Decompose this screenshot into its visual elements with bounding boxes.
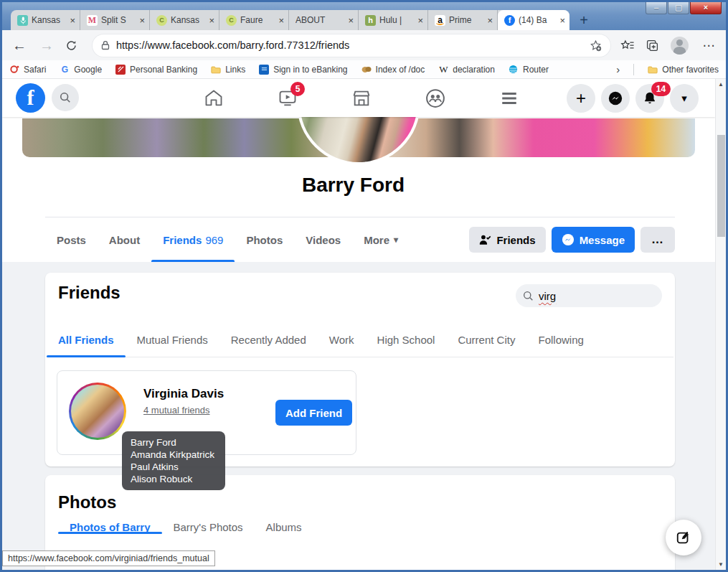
tab-about[interactable]: ABOUT × (289, 10, 359, 30)
friends-search-input[interactable]: virg (516, 284, 662, 307)
tab-label: Kansas (32, 15, 66, 25)
messenger-button[interactable] (601, 84, 630, 113)
microphone-favicon (17, 15, 28, 26)
home-nav-icon[interactable] (202, 86, 226, 111)
friends-status-button[interactable]: Friends (469, 227, 545, 253)
tab-hulu[interactable]: h Hulu | × (359, 10, 428, 30)
maximize-button[interactable]: ▢ (668, 2, 689, 14)
url-text[interactable]: https://www.facebook.com/barry.ford.7731… (116, 39, 583, 51)
fc-favicon: C (156, 15, 167, 26)
friend-avatar-image (71, 385, 124, 438)
browser-profile-avatar[interactable] (671, 37, 689, 55)
browser-menu-button[interactable]: ⋯ (700, 38, 717, 53)
tab-about[interactable]: About (98, 217, 151, 262)
tooltip-name: Amanda Kirkpatrick (131, 449, 217, 461)
favorite-safari[interactable]: Safari (9, 65, 46, 75)
search-query-text[interactable]: virg (539, 290, 556, 302)
filter-recently-added[interactable]: Recently Added (219, 323, 318, 357)
forward-button[interactable]: → (38, 37, 55, 54)
message-button[interactable]: Message (552, 227, 635, 253)
favorites-icon[interactable] (620, 39, 634, 52)
favorite-declaration[interactable]: W declaration (438, 65, 495, 75)
favorite-label: Router (523, 65, 549, 75)
tab-close-icon[interactable]: × (559, 15, 565, 26)
profile-nav-tabs: Posts About Friends969 Photos Videos Mor… (45, 217, 675, 262)
tab-label: Split S (101, 15, 136, 25)
att-globe-icon (509, 65, 519, 75)
filter-all-friends[interactable]: All Friends (47, 323, 126, 357)
menu-nav-icon[interactable] (497, 86, 521, 111)
medium-favicon: M (87, 15, 98, 26)
other-favorites[interactable]: Other favorites (648, 65, 719, 75)
tab-facebook-active[interactable]: f (14) Ba × (498, 10, 569, 30)
tab-faure[interactable]: C Faure × (219, 10, 289, 30)
friend-avatar[interactable] (69, 383, 126, 440)
browser-window: – ▢ × Kansas × M Split S × C Kansas (0, 0, 728, 572)
favorite-links[interactable]: Links (211, 65, 245, 75)
tab-close-icon[interactable]: × (209, 15, 214, 26)
favorite-router[interactable]: Router (509, 65, 549, 75)
google-icon: G (60, 65, 70, 75)
tab-close-icon[interactable]: × (139, 15, 145, 26)
collections-icon[interactable] (646, 39, 659, 52)
tab-albums[interactable]: Albums (255, 521, 313, 533)
favorite-personal-banking[interactable]: Personal Banking (115, 65, 197, 75)
tab-close-icon[interactable]: × (348, 15, 354, 26)
header-search-button[interactable] (52, 84, 79, 111)
favorite-index-of-doc[interactable]: Index of /doc (361, 65, 425, 75)
groups-nav-icon[interactable] (423, 86, 448, 111)
close-button[interactable]: × (690, 2, 722, 14)
friends-filter-tabs: All Friends Mutual Friends Recently Adde… (47, 323, 673, 357)
tab-posts[interactable]: Posts (45, 217, 98, 262)
scroll-down-icon[interactable]: ▼ (716, 559, 726, 570)
marketplace-nav-icon[interactable] (349, 86, 374, 111)
tab-more[interactable]: More▾ (352, 217, 410, 262)
minimize-button[interactable]: – (646, 2, 667, 14)
new-tab-button[interactable]: + (574, 11, 594, 30)
page-scrollbar[interactable]: ▲ ▼ (715, 79, 726, 570)
tab-close-icon[interactable]: × (70, 15, 75, 26)
tab-barrys-photos[interactable]: Barry's Photos (162, 521, 255, 533)
filter-work[interactable]: Work (318, 323, 366, 357)
tab-split[interactable]: M Split S × (80, 10, 150, 30)
friend-name-link[interactable]: Virginia Davis (143, 387, 224, 401)
scroll-up-icon[interactable]: ▲ (716, 79, 726, 90)
tab-close-icon[interactable]: × (487, 15, 493, 26)
compose-post-button[interactable] (666, 520, 701, 555)
tab-friends[interactable]: Friends969 (151, 217, 235, 262)
filter-high-school[interactable]: High School (366, 323, 447, 357)
add-favorite-icon[interactable] (590, 39, 602, 52)
tab-kansas-1[interactable]: Kansas × (11, 10, 80, 30)
tab-videos[interactable]: Videos (294, 217, 352, 262)
tab-photos-of-barry[interactable]: Photos of Barry (58, 521, 162, 533)
create-button[interactable]: + (567, 84, 595, 113)
tab-close-icon[interactable]: × (278, 15, 284, 26)
tab-photos[interactable]: Photos (235, 217, 294, 262)
favorite-ebanking[interactable]: Sign in to eBanking (259, 65, 347, 75)
favorites-overflow-chevron[interactable]: › (616, 63, 620, 75)
account-button[interactable]: ▾ (670, 84, 699, 113)
plus-icon: + (576, 88, 586, 108)
tab-prime[interactable]: a Prime × (428, 10, 498, 30)
tab-kansas-2[interactable]: C Kansas × (150, 10, 219, 30)
filter-following[interactable]: Following (526, 323, 595, 357)
scrollbar-thumb[interactable] (717, 135, 725, 237)
tooltip-name: Alison Robuck (131, 473, 217, 485)
favorites-bar: Safari G Google Personal Banking Links S… (2, 60, 726, 79)
folder-icon (648, 65, 658, 75)
notifications-badge: 14 (651, 82, 671, 96)
refresh-button[interactable] (65, 39, 82, 52)
person-check-icon (479, 234, 491, 245)
filter-current-city[interactable]: Current City (446, 323, 526, 357)
mutual-friends-link[interactable]: 4 mutual friends (143, 405, 210, 416)
favorite-google[interactable]: G Google (60, 65, 102, 75)
filter-mutual-friends[interactable]: Mutual Friends (126, 323, 219, 357)
back-button[interactable]: ← (11, 37, 28, 54)
tab-close-icon[interactable]: × (417, 15, 423, 26)
favbar-divider (633, 64, 634, 75)
more-options-button[interactable]: … (640, 227, 675, 253)
address-bar[interactable]: https://www.facebook.com/barry.ford.7731… (93, 34, 610, 57)
add-friend-button[interactable]: Add Friend (275, 400, 352, 426)
friends-count: 969 (205, 234, 223, 246)
facebook-logo[interactable]: f (16, 83, 45, 113)
